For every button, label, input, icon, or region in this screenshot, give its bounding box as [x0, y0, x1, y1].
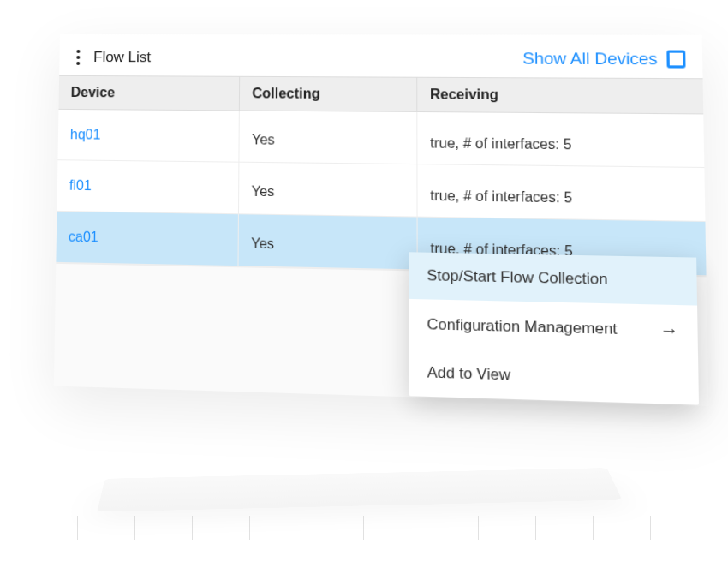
col-header-collecting[interactable]: Collecting	[240, 77, 417, 111]
cell-collecting: Yes	[239, 111, 417, 164]
menu-item-config-management[interactable]: Configuration Management →	[409, 299, 698, 356]
col-header-receiving[interactable]: Receiving	[417, 78, 703, 114]
menu-item-label: Stop/Start Flow Collection	[427, 266, 607, 289]
cell-receiving: true, # of interfaces: 5	[417, 112, 704, 167]
menu-item-stop-start[interactable]: Stop/Start Flow Collection	[409, 252, 697, 305]
table-header-row: Device Collecting Receiving	[58, 75, 703, 115]
table-body: hq01 Yes true, # of interfaces: 5 fl01 Y…	[56, 110, 706, 276]
table-row[interactable]: hq01 Yes true, # of interfaces: 5	[57, 110, 704, 168]
show-all-devices-toggle[interactable]: Show All Devices	[522, 49, 685, 69]
keyboard-decor	[97, 468, 622, 511]
col-header-device[interactable]: Device	[58, 76, 240, 111]
menu-item-label: Add to View	[427, 364, 510, 385]
show-all-label: Show All Devices	[522, 49, 658, 69]
flow-list-panel: Flow List Show All Devices Device Collec…	[54, 34, 708, 406]
device-link[interactable]: ca01	[69, 229, 98, 245]
device-link[interactable]: fl01	[69, 178, 92, 194]
panel-title: Flow List	[93, 49, 151, 66]
panel-header: Flow List Show All Devices	[59, 34, 702, 78]
kebab-menu-icon[interactable]	[75, 48, 81, 67]
cell-device: hq01	[57, 110, 239, 162]
cell-device: ca01	[56, 212, 239, 266]
cell-collecting: Yes	[239, 163, 418, 217]
ruler-decor	[77, 516, 651, 541]
device-link[interactable]: hq01	[70, 127, 101, 142]
context-menu: Stop/Start Flow Collection Configuration…	[409, 252, 699, 404]
cell-device: fl01	[57, 160, 239, 213]
menu-item-label: Configuration Management	[427, 315, 617, 338]
arrow-right-icon: →	[659, 320, 679, 341]
header-left: Flow List	[75, 48, 151, 67]
cell-collecting: Yes	[239, 214, 418, 269]
cell-receiving: true, # of interfaces: 5	[417, 164, 705, 221]
menu-item-add-to-view[interactable]: Add to View	[409, 349, 699, 405]
show-all-checkbox[interactable]	[666, 51, 685, 69]
